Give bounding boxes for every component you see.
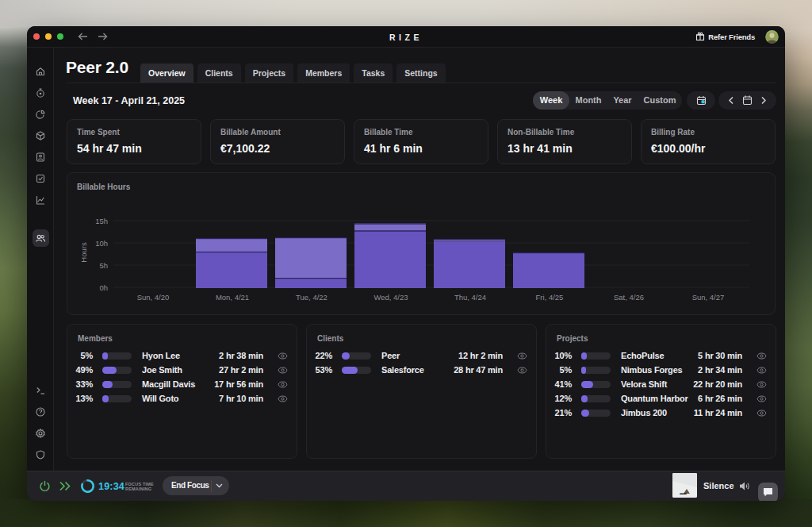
svg-text:Thu, 4/24: Thu, 4/24 xyxy=(454,293,486,302)
svg-text:Wed, 4/23: Wed, 4/23 xyxy=(373,293,408,302)
svg-text:Fri, 4/25: Fri, 4/25 xyxy=(536,293,564,302)
svg-text:Sun, 4/20: Sun, 4/20 xyxy=(137,293,170,302)
svg-text:Mon, 4/21: Mon, 4/21 xyxy=(216,293,249,302)
svg-text:Hours: Hours xyxy=(79,242,88,263)
svg-text:5h: 5h xyxy=(99,261,108,270)
svg-text:Sat, 4/26: Sat, 4/26 xyxy=(614,293,644,302)
svg-text:10h: 10h xyxy=(95,239,108,248)
svg-text:15h: 15h xyxy=(95,217,108,225)
svg-text:Tue, 4/22: Tue, 4/22 xyxy=(296,293,327,302)
svg-text:0h: 0h xyxy=(99,283,108,292)
svg-text:Billable Hours: Billable Hours xyxy=(77,183,131,191)
svg-text:Sun, 4/27: Sun, 4/27 xyxy=(692,293,725,302)
